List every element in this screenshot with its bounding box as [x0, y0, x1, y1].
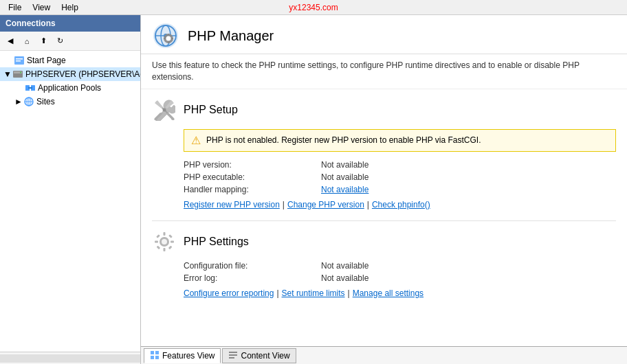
- features-view-icon: [150, 350, 160, 361]
- register-php-link[interactable]: Register new PHP version: [184, 200, 280, 209]
- sidebar-header: Connections: [0, 15, 140, 32]
- svg-rect-36: [151, 351, 154, 354]
- warning-message: PHP is not enabled. Register new PHP ver…: [206, 135, 481, 145]
- config-file-row: Configuration file: Not available: [184, 261, 616, 271]
- phpserver-toggle[interactable]: ▼: [3, 69, 12, 79]
- svg-point-27: [162, 239, 167, 244]
- svg-point-19: [166, 36, 171, 41]
- tree-item-sites[interactable]: ► Sites: [0, 95, 140, 109]
- svg-rect-21: [168, 41, 169, 43]
- server-icon: [12, 69, 23, 80]
- start-page-label: Start Page: [27, 56, 66, 65]
- svg-rect-29: [164, 248, 166, 251]
- php-settings-icon: [152, 229, 177, 254]
- section-divider: [152, 220, 616, 221]
- svg-rect-30: [155, 240, 158, 242]
- content-scroll[interactable]: PHP Setup ⚠ PHP is not enabled. Register…: [141, 89, 627, 346]
- sidebar-bottom: [0, 352, 140, 364]
- svg-rect-38: [151, 356, 154, 359]
- php-setup-header: PHP Setup: [152, 98, 616, 122]
- config-file-label: Configuration file:: [184, 261, 321, 271]
- content-description: Use this feature to check the PHP runtim…: [141, 54, 627, 89]
- home-button[interactable]: ⌂: [19, 34, 34, 48]
- php-setup-actions: Register new PHP version|Change PHP vers…: [184, 200, 616, 209]
- configure-error-link[interactable]: Configure error reporting: [184, 288, 274, 298]
- tree-item-app-pools[interactable]: Application Pools: [0, 81, 140, 95]
- php-settings-title: PHP Settings: [184, 236, 249, 248]
- menu-help[interactable]: Help: [56, 1, 84, 14]
- svg-rect-32: [156, 234, 160, 238]
- svg-point-5: [20, 72, 21, 73]
- app-pools-icon: [25, 82, 36, 93]
- sites-toggle[interactable]: ►: [14, 97, 23, 106]
- svg-rect-42: [229, 357, 234, 359]
- content-view-label: Content View: [241, 351, 289, 361]
- content-area: PHP Manager Use this feature to check th…: [141, 15, 627, 364]
- content-view-icon: [228, 350, 238, 361]
- php-setup-icon: [152, 98, 177, 122]
- check-phpinfo-link[interactable]: Check phpinfo(): [372, 200, 430, 209]
- svg-rect-40: [229, 352, 237, 353]
- svg-rect-22: [164, 38, 166, 39]
- sidebar: Connections ◀ ⌂ ⬆ ↻: [0, 15, 141, 364]
- handler-mapping-row: Handler mapping: Not available: [184, 185, 616, 194]
- php-setup-title: PHP Setup: [184, 104, 238, 116]
- tree-item-start-page[interactable]: Start Page: [0, 54, 140, 67]
- phpserver-label: PHPSERVER (PHPSERVER\Adr: [25, 69, 140, 79]
- page-title: PHP Manager: [188, 28, 274, 44]
- svg-rect-31: [170, 240, 174, 242]
- sidebar-tree: Start Page ▼ PHPSERVER (PHPSERVER\Adr: [0, 51, 140, 352]
- svg-rect-20: [168, 34, 169, 36]
- svg-rect-41: [229, 354, 237, 356]
- php-settings-section: PHP Settings Configuration file: Not ava…: [152, 229, 616, 298]
- svg-point-25: [163, 108, 166, 111]
- tree-item-phpserver[interactable]: ▼ PHPSERVER (PHPSERVER\Adr: [0, 67, 140, 81]
- refresh-button[interactable]: ↻: [52, 34, 67, 48]
- php-version-row: PHP version: Not available: [184, 160, 616, 170]
- php-executable-value: Not available: [321, 172, 368, 182]
- tab-content-view[interactable]: Content View: [222, 348, 296, 363]
- svg-rect-8: [28, 87, 32, 89]
- svg-rect-33: [168, 234, 173, 238]
- sidebar-scrollbar[interactable]: [0, 354, 140, 363]
- handler-mapping-value[interactable]: Not available: [321, 185, 368, 194]
- php-executable-label: PHP executable:: [184, 172, 321, 182]
- php-version-value: Not available: [321, 160, 368, 170]
- back-button[interactable]: ◀: [3, 34, 18, 48]
- menu-view[interactable]: View: [27, 1, 56, 14]
- php-setup-section: PHP Setup ⚠ PHP is not enabled. Register…: [152, 98, 616, 209]
- app-pools-label: Application Pools: [38, 83, 101, 93]
- handler-mapping-label: Handler mapping:: [184, 185, 321, 194]
- php-executable-row: PHP executable: Not available: [184, 172, 616, 182]
- error-log-row: Error log: Not available: [184, 273, 616, 283]
- set-runtime-link[interactable]: Set runtime limits: [282, 288, 345, 298]
- start-page-icon: [14, 55, 25, 66]
- sites-icon: [23, 96, 34, 107]
- sidebar-toolbar: ◀ ⌂ ⬆ ↻: [0, 32, 140, 51]
- up-button[interactable]: ⬆: [36, 34, 51, 48]
- warning-box: ⚠ PHP is not enabled. Register new PHP v…: [184, 129, 616, 152]
- php-manager-icon: [152, 22, 179, 49]
- error-log-value: Not available: [321, 273, 368, 283]
- features-view-label: Features View: [162, 351, 214, 361]
- svg-rect-1: [16, 58, 23, 60]
- svg-rect-28: [164, 232, 166, 236]
- svg-rect-23: [171, 38, 173, 39]
- bottom-tabs: Features View Content View: [141, 346, 627, 364]
- svg-rect-35: [168, 245, 173, 249]
- content-header: PHP Manager: [141, 15, 627, 54]
- error-log-label: Error log:: [184, 273, 321, 283]
- change-php-link[interactable]: Change PHP version: [287, 200, 364, 209]
- main-layout: Connections ◀ ⌂ ⬆ ↻: [0, 15, 627, 364]
- php-settings-header: PHP Settings: [152, 229, 616, 254]
- menu-bar: File View Help yx12345.com: [0, 0, 627, 15]
- tab-features-view[interactable]: Features View: [144, 348, 221, 363]
- php-version-label: PHP version:: [184, 160, 321, 170]
- config-file-value: Not available: [321, 261, 368, 271]
- svg-rect-39: [155, 356, 159, 359]
- menu-file[interactable]: File: [3, 1, 27, 14]
- svg-rect-2: [16, 60, 21, 62]
- svg-rect-34: [157, 245, 161, 249]
- svg-rect-37: [155, 351, 159, 354]
- manage-settings-link[interactable]: Manage all settings: [353, 288, 424, 298]
